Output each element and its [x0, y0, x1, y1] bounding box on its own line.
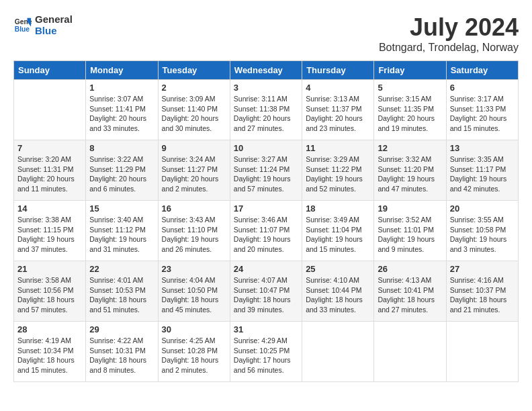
- day-number: 9: [162, 143, 226, 153]
- day-info: Sunrise: 3:49 AM Sunset: 11:04 PM Daylig…: [306, 215, 370, 255]
- day-info: Sunrise: 4:29 AM Sunset: 10:25 PM Daylig…: [234, 336, 298, 375]
- day-number: 21: [17, 264, 82, 274]
- day-number: 31: [234, 324, 298, 334]
- day-number: 3: [234, 83, 298, 93]
- calendar-cell: 23Sunrise: 4:04 AM Sunset: 10:50 PM Dayl…: [158, 261, 230, 322]
- day-number: 25: [306, 264, 370, 274]
- calendar-week-row: 14Sunrise: 3:38 AM Sunset: 11:15 PM Dayl…: [14, 201, 519, 261]
- svg-text:Blue: Blue: [15, 26, 30, 33]
- calendar-cell: 6Sunrise: 3:17 AM Sunset: 11:33 PM Dayli…: [446, 80, 518, 140]
- day-number: 20: [450, 203, 515, 214]
- day-number: 2: [162, 83, 226, 93]
- calendar-cell: 8Sunrise: 3:22 AM Sunset: 11:29 PM Dayli…: [86, 140, 158, 201]
- calendar-cell: 1Sunrise: 3:07 AM Sunset: 11:41 PM Dayli…: [86, 80, 158, 140]
- calendar-cell: 21Sunrise: 3:58 AM Sunset: 10:56 PM Dayl…: [14, 261, 86, 322]
- day-info: Sunrise: 3:07 AM Sunset: 11:41 PM Daylig…: [89, 94, 154, 134]
- day-number: 28: [17, 324, 82, 334]
- column-header-friday: Friday: [374, 61, 446, 80]
- calendar-cell: 16Sunrise: 3:43 AM Sunset: 11:10 PM Dayl…: [158, 201, 230, 261]
- column-header-saturday: Saturday: [446, 61, 518, 80]
- calendar-cell: 31Sunrise: 4:29 AM Sunset: 10:25 PM Dayl…: [230, 322, 302, 382]
- calendar-cell: [374, 322, 446, 382]
- day-info: Sunrise: 3:46 AM Sunset: 11:07 PM Daylig…: [234, 215, 298, 255]
- day-number: 12: [378, 143, 442, 153]
- month-title: July 2024: [379, 13, 519, 42]
- location-title: Botngard, Trondelag, Norway: [379, 42, 519, 54]
- calendar-week-row: 21Sunrise: 3:58 AM Sunset: 10:56 PM Dayl…: [14, 261, 519, 322]
- calendar-cell: 28Sunrise: 4:19 AM Sunset: 10:34 PM Dayl…: [14, 322, 86, 382]
- calendar-cell: 3Sunrise: 3:11 AM Sunset: 11:38 PM Dayli…: [230, 80, 302, 140]
- calendar-cell: 20Sunrise: 3:55 AM Sunset: 10:58 PM Dayl…: [446, 201, 518, 261]
- day-number: 29: [89, 324, 154, 334]
- day-info: Sunrise: 3:11 AM Sunset: 11:38 PM Daylig…: [234, 94, 298, 134]
- column-header-thursday: Thursday: [302, 61, 374, 80]
- calendar-cell: 14Sunrise: 3:38 AM Sunset: 11:15 PM Dayl…: [14, 201, 86, 261]
- day-number: 22: [89, 264, 154, 274]
- day-info: Sunrise: 3:17 AM Sunset: 11:33 PM Daylig…: [450, 94, 515, 134]
- calendar-cell: 12Sunrise: 3:32 AM Sunset: 11:20 PM Dayl…: [374, 140, 446, 201]
- day-info: Sunrise: 3:32 AM Sunset: 11:20 PM Daylig…: [378, 154, 442, 194]
- calendar-table: SundayMondayTuesdayWednesdayThursdayFrid…: [13, 60, 519, 382]
- calendar-cell: 26Sunrise: 4:13 AM Sunset: 10:41 PM Dayl…: [374, 261, 446, 322]
- calendar-week-row: 28Sunrise: 4:19 AM Sunset: 10:34 PM Dayl…: [14, 322, 519, 382]
- calendar-cell: 11Sunrise: 3:29 AM Sunset: 11:22 PM Dayl…: [302, 140, 374, 201]
- day-info: Sunrise: 3:35 AM Sunset: 11:17 PM Daylig…: [450, 154, 515, 194]
- column-header-tuesday: Tuesday: [158, 61, 230, 80]
- day-number: 6: [450, 83, 515, 93]
- calendar-cell: 19Sunrise: 3:52 AM Sunset: 11:01 PM Dayl…: [374, 201, 446, 261]
- column-header-wednesday: Wednesday: [230, 61, 302, 80]
- day-info: Sunrise: 3:43 AM Sunset: 11:10 PM Daylig…: [162, 215, 226, 255]
- calendar-cell: [446, 322, 518, 382]
- calendar-cell: 2Sunrise: 3:09 AM Sunset: 11:40 PM Dayli…: [158, 80, 230, 140]
- day-number: 17: [234, 203, 298, 214]
- day-info: Sunrise: 4:07 AM Sunset: 10:47 PM Daylig…: [234, 275, 298, 315]
- calendar-cell: 25Sunrise: 4:10 AM Sunset: 10:44 PM Dayl…: [302, 261, 374, 322]
- calendar-cell: 10Sunrise: 3:27 AM Sunset: 11:24 PM Dayl…: [230, 140, 302, 201]
- day-number: 13: [450, 143, 515, 153]
- title-block: July 2024 Botngard, Trondelag, Norway: [379, 13, 519, 54]
- day-number: 18: [306, 203, 370, 214]
- calendar-cell: 5Sunrise: 3:15 AM Sunset: 11:35 PM Dayli…: [374, 80, 446, 140]
- calendar-cell: 4Sunrise: 3:13 AM Sunset: 11:37 PM Dayli…: [302, 80, 374, 140]
- day-info: Sunrise: 4:19 AM Sunset: 10:34 PM Daylig…: [17, 336, 82, 375]
- calendar-cell: [14, 80, 86, 140]
- day-info: Sunrise: 3:24 AM Sunset: 11:27 PM Daylig…: [162, 154, 226, 194]
- day-number: 5: [378, 83, 442, 93]
- day-info: Sunrise: 4:16 AM Sunset: 10:37 PM Daylig…: [450, 275, 515, 315]
- day-number: 14: [17, 203, 82, 214]
- calendar-cell: 24Sunrise: 4:07 AM Sunset: 10:47 PM Dayl…: [230, 261, 302, 322]
- calendar-week-row: 7Sunrise: 3:20 AM Sunset: 11:31 PM Dayli…: [14, 140, 519, 201]
- day-info: Sunrise: 3:55 AM Sunset: 10:58 PM Daylig…: [450, 215, 515, 255]
- day-number: 16: [162, 203, 226, 214]
- logo: General Blue General Blue: [13, 13, 73, 36]
- logo-icon: General Blue: [13, 15, 32, 34]
- day-info: Sunrise: 3:15 AM Sunset: 11:35 PM Daylig…: [378, 94, 442, 134]
- day-info: Sunrise: 3:13 AM Sunset: 11:37 PM Daylig…: [306, 94, 370, 134]
- day-info: Sunrise: 3:20 AM Sunset: 11:31 PM Daylig…: [17, 154, 82, 194]
- day-number: 19: [378, 203, 442, 214]
- day-number: 26: [378, 264, 442, 274]
- logo-general-text: General: [35, 13, 73, 25]
- day-number: 4: [306, 83, 370, 93]
- day-info: Sunrise: 3:58 AM Sunset: 10:56 PM Daylig…: [17, 275, 82, 315]
- calendar-cell: 17Sunrise: 3:46 AM Sunset: 11:07 PM Dayl…: [230, 201, 302, 261]
- day-number: 8: [89, 143, 154, 153]
- column-header-monday: Monday: [86, 61, 158, 80]
- calendar-cell: 22Sunrise: 4:01 AM Sunset: 10:53 PM Dayl…: [86, 261, 158, 322]
- day-number: 27: [450, 264, 515, 274]
- day-info: Sunrise: 3:38 AM Sunset: 11:15 PM Daylig…: [17, 215, 82, 255]
- day-info: Sunrise: 3:09 AM Sunset: 11:40 PM Daylig…: [162, 94, 226, 134]
- day-number: 15: [89, 203, 154, 214]
- day-number: 1: [89, 83, 154, 93]
- calendar-cell: 13Sunrise: 3:35 AM Sunset: 11:17 PM Dayl…: [446, 140, 518, 201]
- calendar-cell: 15Sunrise: 3:40 AM Sunset: 11:12 PM Dayl…: [86, 201, 158, 261]
- calendar-cell: 18Sunrise: 3:49 AM Sunset: 11:04 PM Dayl…: [302, 201, 374, 261]
- day-number: 10: [234, 143, 298, 153]
- calendar-cell: 29Sunrise: 4:22 AM Sunset: 10:31 PM Dayl…: [86, 322, 158, 382]
- day-info: Sunrise: 3:27 AM Sunset: 11:24 PM Daylig…: [234, 154, 298, 194]
- day-info: Sunrise: 3:22 AM Sunset: 11:29 PM Daylig…: [89, 154, 154, 194]
- day-info: Sunrise: 4:13 AM Sunset: 10:41 PM Daylig…: [378, 275, 442, 315]
- calendar-cell: 9Sunrise: 3:24 AM Sunset: 11:27 PM Dayli…: [158, 140, 230, 201]
- day-info: Sunrise: 4:01 AM Sunset: 10:53 PM Daylig…: [89, 275, 154, 315]
- day-info: Sunrise: 3:40 AM Sunset: 11:12 PM Daylig…: [89, 215, 154, 255]
